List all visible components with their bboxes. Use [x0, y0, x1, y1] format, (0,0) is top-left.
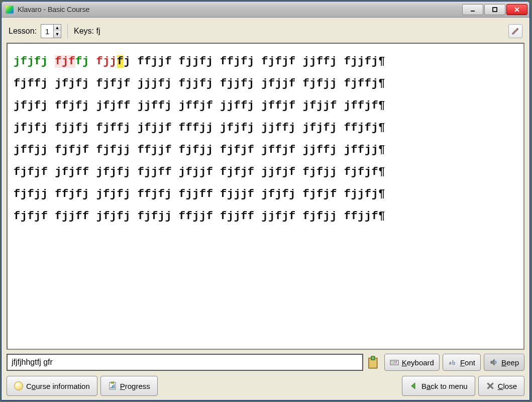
text-line-2: fjffj jfjfj fjfjf jjjfj fjjfj fjjfj jfjj… [14, 73, 517, 95]
beep-button[interactable]: Beep [484, 354, 524, 371]
svg-text:b: b [452, 359, 455, 366]
progress-button[interactable]: Progress [100, 376, 158, 396]
svg-rect-9 [394, 361, 395, 362]
svg-rect-17 [112, 385, 113, 388]
pencil-icon [511, 27, 519, 35]
font-icon: ab [448, 358, 457, 367]
close-button[interactable]: Close [478, 376, 524, 396]
minimize-button[interactable] [462, 4, 483, 15]
typing-input[interactable] [7, 354, 363, 371]
back-to-menu-button[interactable]: Back to menu [402, 376, 475, 396]
text-line-3: jfjfj ffjfj jfjff jjffj jffjf jjffj jffj… [14, 95, 517, 117]
font-button[interactable]: ab Font [443, 354, 481, 371]
toolbar-divider [67, 24, 68, 39]
window-controls [462, 4, 527, 15]
lesson-spinner[interactable]: ▲ ▼ [41, 24, 61, 38]
app-icon [6, 6, 14, 14]
lightbulb-icon [14, 381, 23, 390]
clipboard-chart-icon [108, 381, 117, 390]
edit-lesson-button[interactable] [508, 24, 522, 38]
keyboard-icon [390, 358, 399, 367]
close-icon [486, 381, 495, 390]
lesson-spin-down[interactable]: ▼ [54, 31, 61, 38]
arrow-left-icon [409, 381, 418, 390]
input-row: KKeyboardeyboard ab Font Beep [7, 350, 524, 373]
svg-rect-11 [391, 363, 397, 364]
text-line-8: fjfjf fjjff jfjfj fjfjj ffjjf fjjff jjfj… [14, 206, 517, 228]
keys-label: Keys: fj [74, 27, 100, 36]
text-line-4: jfjfj fjjfj fjffj jfjjf fffjj jfjfj jjff… [14, 117, 517, 139]
text-line-5: jffjj fjfjf fjfjj ffjjf fjfjj fjfjf jffj… [14, 139, 517, 161]
speaker-icon [489, 358, 498, 367]
text-line-7: fjfjj ffjfj jfjfj ffjfj fjjff fjjjf jfjf… [14, 183, 517, 206]
svg-rect-7 [391, 361, 392, 362]
svg-rect-6 [390, 360, 398, 365]
lesson-number-input[interactable] [41, 25, 53, 38]
window-title: Klavaro - Basic Course [18, 6, 462, 14]
text-line-1: jfjfj fjffj fjjfj ffjjf fjjfj ffjfj fjfj… [14, 51, 517, 73]
lesson-spin-up[interactable]: ▲ [54, 25, 61, 31]
maximize-button[interactable] [484, 4, 505, 15]
window-body: Lesson: ▲ ▼ Keys: fj jfjfj fjffj fjjfj f… [2, 18, 529, 400]
paste-icon[interactable] [366, 355, 381, 370]
svg-rect-5 [371, 356, 375, 360]
svg-rect-18 [114, 384, 115, 388]
typing-cursor: f [117, 55, 124, 68]
svg-rect-16 [111, 387, 112, 388]
course-information-button[interactable]: Course information [7, 376, 97, 396]
app-window: Klavaro - Basic Course Lesson: ▲ ▼ [1, 1, 530, 400]
svg-rect-1 [493, 8, 497, 12]
top-toolbar: Lesson: ▲ ▼ Keys: fj [7, 23, 524, 43]
footer-row: Course information Progress Back to menu… [7, 373, 524, 396]
svg-rect-15 [111, 382, 114, 383]
lesson-label: Lesson: [9, 27, 37, 36]
svg-rect-8 [393, 361, 394, 362]
keyboard-button[interactable]: KKeyboardeyboard [384, 354, 440, 371]
titlebar[interactable]: Klavaro - Basic Course [2, 2, 529, 18]
text-line-6: fjfjf jfjff jfjfj fjjff jfjjf fjfjf jjfj… [14, 161, 517, 183]
close-window-button[interactable] [506, 4, 527, 15]
lesson-text-area: jfjfj fjffj fjjfj ffjjf fjjfj ffjfj fjfj… [7, 43, 524, 350]
svg-text:a: a [449, 360, 452, 365]
svg-rect-10 [396, 361, 397, 362]
